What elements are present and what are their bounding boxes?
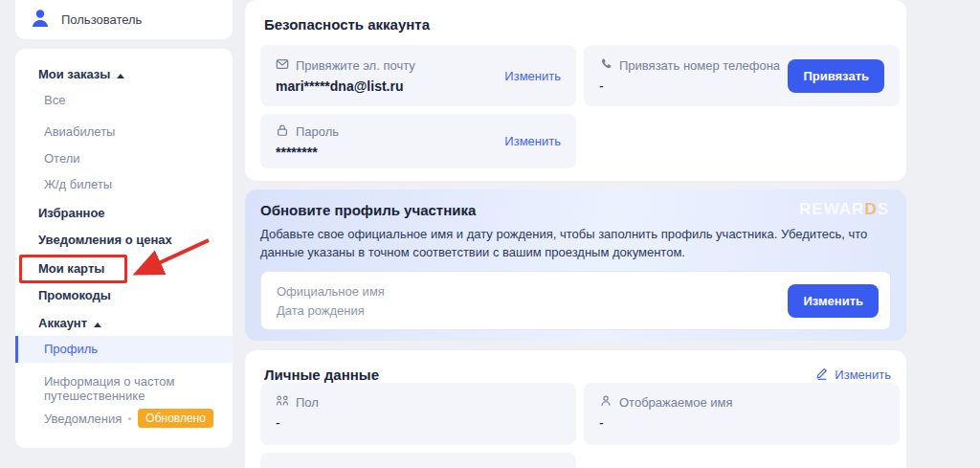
- email-value: mari*****dna@list.ru: [276, 78, 415, 94]
- personal-title: Личные данные: [264, 367, 379, 383]
- email-label-row: Привяжите эл. почту: [276, 57, 415, 74]
- next-field-card: [260, 453, 576, 468]
- sidebar-item-all[interactable]: Все: [15, 90, 233, 111]
- sidebar-item-flights[interactable]: Авиабилеты: [15, 122, 233, 143]
- birth-date-placeholder: Дата рождения: [277, 303, 385, 318]
- email-card: Привяжите эл. почту mari*****dna@list.ru…: [260, 45, 576, 106]
- sidebar-item-favorites[interactable]: Избранное: [15, 203, 233, 224]
- sidebar-item-profile[interactable]: Профиль: [15, 336, 233, 363]
- security-title: Безопасность аккаунта: [264, 16, 430, 33]
- display-name-label-row: Отображаемое имя: [599, 394, 732, 411]
- edit-personal-link[interactable]: Изменить: [815, 367, 891, 383]
- password-value: ********: [276, 145, 339, 160]
- sidebar-section-my-orders[interactable]: Мои заказы: [15, 64, 233, 85]
- sidebar-section-account[interactable]: Аккаунт: [15, 313, 233, 334]
- phone-value: -: [599, 78, 780, 94]
- sidebar-item-hotels[interactable]: Отели: [15, 148, 233, 169]
- pencil-icon: [815, 367, 829, 383]
- gender-label-row: Пол: [276, 394, 319, 411]
- profile-page: Пользователь Мои заказы Все Авиабилеты О…: [0, 0, 980, 468]
- user-card[interactable]: Пользователь: [15, 0, 233, 39]
- display-name-value: -: [599, 415, 732, 431]
- gender-card: Пол -: [260, 383, 576, 445]
- edit-rewards-button[interactable]: Изменить: [788, 284, 879, 318]
- change-password-link[interactable]: Изменить: [504, 134, 561, 148]
- rewards-profile-panel: Обновите профиль участника REWARDS Добав…: [245, 189, 906, 341]
- phone-label-row: Привязать номер телефона: [599, 57, 780, 74]
- change-email-link[interactable]: Изменить: [504, 69, 561, 83]
- dot-separator: [128, 417, 131, 420]
- lock-icon: [276, 123, 289, 140]
- phone-card: Привязать номер телефона - Привязать: [584, 45, 900, 106]
- sidebar-item-railway[interactable]: Ж/д билеты: [15, 174, 233, 195]
- rewards-title: Обновите профиль участника: [260, 202, 476, 218]
- person-icon: [599, 394, 612, 411]
- gender-icon: [276, 394, 289, 411]
- chevron-up-icon: [94, 323, 101, 327]
- sidebar-item-notifications[interactable]: Уведомления Обновлено: [15, 407, 233, 430]
- sidebar-item-promocodes[interactable]: Промокоды: [15, 285, 233, 306]
- user-name: Пользователь: [61, 12, 142, 27]
- personal-data-panel: Личные данные Изменить: [245, 350, 906, 468]
- sidebar-item-price-alerts[interactable]: Уведомления о ценах: [15, 230, 233, 251]
- phone-icon: [599, 57, 612, 74]
- sidebar-item-my-cards[interactable]: Мои карты: [15, 258, 233, 279]
- envelope-icon: [276, 57, 289, 74]
- rewards-watermark: REWARDS: [799, 200, 889, 219]
- chevron-up-icon: [117, 74, 124, 78]
- official-name-placeholder: Официальное имя: [277, 284, 385, 299]
- password-label-row: Пароль: [276, 123, 339, 140]
- user-avatar-icon: [29, 7, 52, 33]
- rewards-fields-card: Официальное имя Дата рождения Изменить: [260, 271, 891, 330]
- display-name-card: Отображаемое имя -: [584, 383, 900, 445]
- rewards-description: Добавьте свое официальное имя и дату рож…: [260, 225, 883, 261]
- password-card: Пароль ******** Изменить: [260, 114, 576, 168]
- gender-value: -: [276, 415, 319, 431]
- account-security-panel: Безопасность аккаунта Привяжите эл. почт…: [245, 0, 906, 181]
- sidebar: Мои заказы Все Авиабилеты Отели Ж/д биле…: [15, 49, 233, 448]
- bind-phone-button[interactable]: Привязать: [788, 59, 884, 93]
- updated-badge: Обновлено: [138, 409, 213, 428]
- sidebar-item-frequent-traveler[interactable]: Информация о частом путешественнике: [15, 374, 204, 403]
